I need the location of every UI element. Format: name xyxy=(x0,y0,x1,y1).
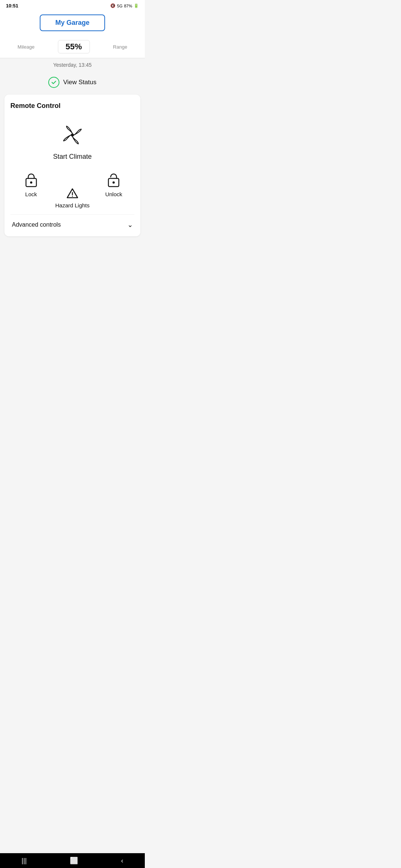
fan-icon xyxy=(61,123,84,147)
view-status-row[interactable]: View Status xyxy=(0,72,145,92)
hazard-lights-button[interactable]: Hazard Lights xyxy=(52,187,93,208)
lock-label: Lock xyxy=(25,191,37,197)
mute-icon: 🔇 xyxy=(110,3,115,8)
my-garage-button[interactable]: My Garage xyxy=(40,14,105,31)
battery-icon: 🔋 xyxy=(134,3,139,8)
range-label: Range xyxy=(113,44,127,50)
hazard-label: Hazard Lights xyxy=(55,202,90,208)
signal-icon: 5G xyxy=(117,4,123,8)
status-right: 🔇 5G 87% 🔋 xyxy=(110,3,139,8)
battery-percent: 55% xyxy=(58,40,90,53)
unlock-label: Unlock xyxy=(105,191,122,197)
svg-point-2 xyxy=(30,181,32,184)
svg-point-5 xyxy=(113,181,115,184)
last-update: Yesterday, 13:45 xyxy=(0,58,145,72)
view-status-label: View Status xyxy=(63,79,96,86)
lock-button[interactable]: Lock xyxy=(10,172,52,197)
climate-label: Start Climate xyxy=(53,153,92,161)
svg-point-0 xyxy=(71,134,74,137)
unlock-button[interactable]: Unlock xyxy=(93,172,134,197)
chevron-down-icon: ⌄ xyxy=(127,221,133,229)
check-circle-icon xyxy=(48,77,59,88)
mileage-label: Mileage xyxy=(17,44,35,50)
lock-icon xyxy=(25,172,38,187)
remote-control-title: Remote Control xyxy=(10,102,134,110)
status-time: 10:51 xyxy=(6,3,18,9)
advanced-label: Advanced controls xyxy=(12,221,61,228)
svg-point-3 xyxy=(72,196,73,197)
top-header: My Garage xyxy=(0,10,145,37)
stats-bar: Mileage 55% Range xyxy=(0,37,145,58)
hazard-icon xyxy=(66,187,79,200)
status-bar: 10:51 🔇 5G 87% 🔋 xyxy=(0,0,145,10)
unlock-icon xyxy=(107,172,120,187)
remote-control-card: Remote Control Start Climate Lock xyxy=(4,95,140,236)
advanced-controls-row[interactable]: Advanced controls ⌄ xyxy=(10,214,134,230)
battery-text: 87% xyxy=(124,4,132,8)
start-climate-section[interactable]: Start Climate xyxy=(10,117,134,170)
controls-row: Lock Hazard Lights Unlock xyxy=(10,170,134,211)
